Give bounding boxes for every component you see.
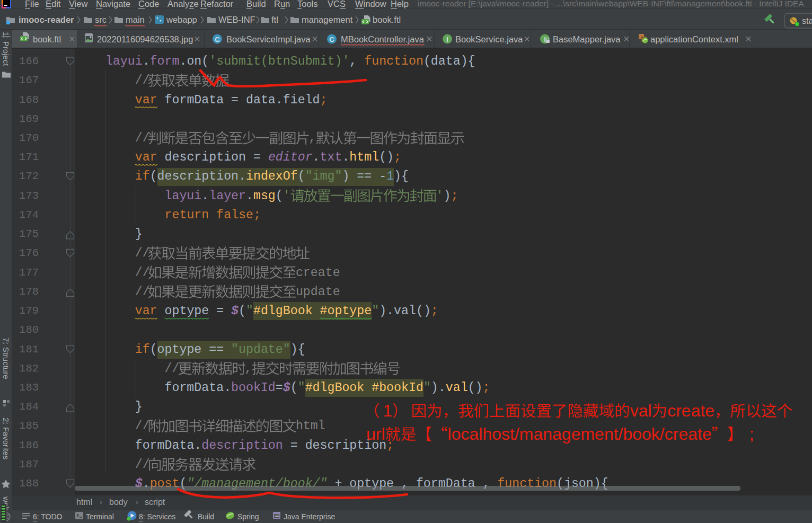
svg-text:;: ; <box>749 424 754 444</box>
svg-text:1: 1 <box>383 401 393 420</box>
svg-text:localhost/management/book/crea: localhost/management/book/create <box>448 424 712 444</box>
svg-text:val: val <box>630 401 652 420</box>
svg-text:create: create <box>667 401 714 420</box>
